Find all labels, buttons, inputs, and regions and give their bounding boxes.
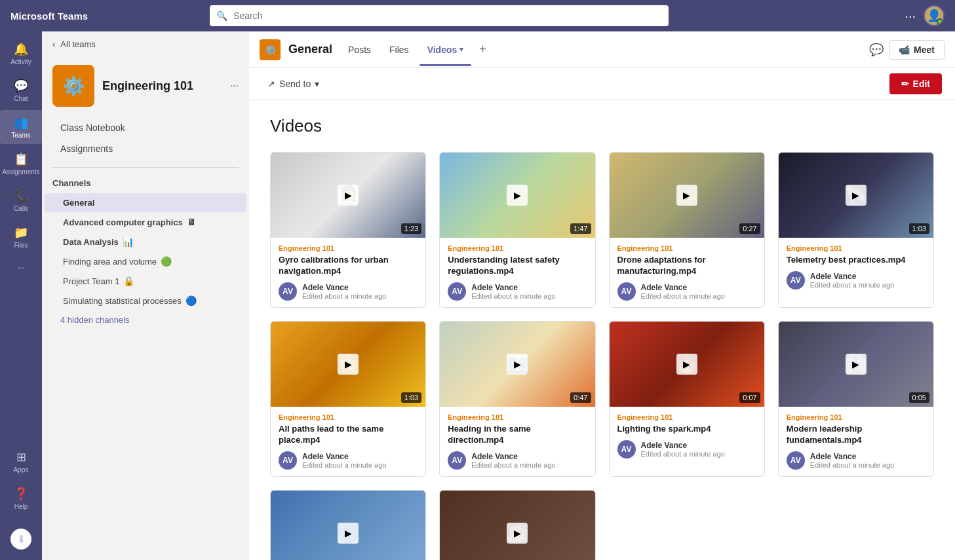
tab-files[interactable]: Files — [381, 39, 417, 60]
channel-item-simulating[interactable]: Simulating statistical processes 🔵 — [45, 291, 246, 310]
sidebar-item-apps[interactable]: ⊞ Apps — [0, 445, 42, 479]
meet-button[interactable]: 📹 Meet — [889, 40, 945, 60]
channel-label-general: General — [63, 198, 94, 208]
video-card-9[interactable]: 🔵 ▶ 2:14 Engineering 101 Advanced calibr… — [270, 490, 426, 560]
author-name-7: Adele Vance — [641, 441, 725, 450]
avatar-4: AV — [787, 271, 805, 289]
video-card-5[interactable]: 🌟 ▶ 1:03 Engineering 101 All paths lead … — [270, 321, 426, 477]
play-icon-3: ▶ — [676, 185, 697, 206]
video-card-10[interactable]: ☕ ▶ 0:53 Engineering 101 Manufacturing w… — [439, 490, 595, 560]
all-teams-label: All teams — [60, 39, 95, 49]
tab-posts[interactable]: Posts — [340, 39, 379, 60]
sidebar-item-activity[interactable]: 🔔 Activity — [0, 37, 42, 71]
files-label: Files — [14, 242, 28, 249]
video-thumb-10: ☕ ▶ 0:53 — [440, 491, 594, 560]
edit-pencil-icon: ✏ — [901, 79, 909, 89]
nav-item-assignments[interactable]: Assignments — [52, 138, 239, 159]
nav-item-class-notebook[interactable]: Class Notebook — [52, 117, 239, 138]
sidebar: ‹ All teams ⚙️ Engineering 101 ··· Class… — [42, 31, 249, 560]
back-button[interactable]: ‹ All teams — [42, 31, 249, 57]
author-time-3: Edited about a minute ago — [641, 292, 725, 300]
video-author-8: AV Adele Vance Edited about a minute ago — [787, 451, 926, 470]
duration-3: 0:27 — [739, 223, 760, 234]
download-icon: ⬇ — [10, 529, 31, 550]
team-name: Engineering 101 — [102, 79, 193, 93]
video-info-6: Engineering 101 Heading in the same dire… — [440, 407, 594, 476]
channel-item-general[interactable]: General — [45, 193, 246, 212]
play-icon-10: ▶ — [507, 523, 528, 544]
video-card-3[interactable]: 🚁 ▶ 0:27 Engineering 101 Drone adaptatio… — [609, 152, 765, 308]
video-name-3: Drone adaptations for manufacturing.mp4 — [617, 255, 756, 277]
sidebar-item-more[interactable]: ··· — [0, 257, 42, 278]
apps-label: Apps — [14, 466, 29, 474]
more-options-icon[interactable]: ··· — [905, 9, 916, 24]
author-time-2: Edited about a minute ago — [471, 292, 555, 300]
video-thumb-7: 🔥 ▶ 0:07 — [610, 322, 764, 407]
channel-badge-project-team: 🔒 — [123, 276, 134, 286]
videos-title: Videos — [270, 116, 934, 136]
play-icon-7: ▶ — [676, 354, 697, 375]
play-icon-4: ▶ — [846, 185, 867, 206]
play-icon-8: ▶ — [846, 354, 867, 375]
video-thumb-5: 🌟 ▶ 1:03 — [271, 322, 425, 407]
avatar-7: AV — [617, 440, 636, 458]
team-more-icon[interactable]: ··· — [230, 80, 239, 92]
calls-icon: 📞 — [14, 189, 28, 203]
channel-label-finding-area: Finding area and volume — [63, 257, 157, 267]
video-card-1[interactable]: 👩‍💼 ▶ 1:23 Engineering 101 Gyro calibrat… — [270, 152, 426, 308]
video-thumb-6: 👥 ▶ 0:47 — [440, 322, 594, 407]
channel-badge-simulating: 🔵 — [185, 295, 197, 306]
send-to-chevron-icon: ▾ — [315, 79, 319, 89]
video-card-7[interactable]: 🔥 ▶ 0:07 Engineering 101 Lighting the sp… — [609, 321, 765, 477]
author-time-4: Edited about a minute ago — [810, 281, 894, 289]
author-text-4: Adele Vance Edited about a minute ago — [810, 272, 894, 289]
author-text-2: Adele Vance Edited about a minute ago — [471, 283, 555, 300]
sidebar-nav: Class Notebook Assignments — [42, 115, 249, 162]
video-author-6: AV Adele Vance Edited about a minute ago — [448, 451, 587, 470]
chat-label: Chat — [14, 95, 28, 102]
hidden-channels-link[interactable]: 4 hidden channels — [42, 310, 249, 329]
sidebar-item-help[interactable]: ❓ Help — [0, 481, 42, 515]
video-name-1: Gyro calibrations for urban navigation.m… — [279, 255, 418, 277]
author-name-8: Adele Vance — [810, 452, 894, 461]
search-input[interactable] — [210, 5, 669, 26]
video-card-6[interactable]: 👥 ▶ 0:47 Engineering 101 Heading in the … — [439, 321, 595, 477]
sidebar-item-files[interactable]: 📁 Files — [0, 220, 42, 254]
search-bar: 🔍 — [210, 5, 669, 26]
sidebar-item-teams[interactable]: 👥 Teams — [0, 110, 42, 144]
video-info-3: Engineering 101 Drone adaptations for ma… — [610, 238, 764, 307]
channel-item-project-team[interactable]: Project Team 1 🔒 — [45, 271, 246, 291]
add-tab-button[interactable]: + — [474, 40, 492, 59]
video-channel-8: Engineering 101 — [787, 413, 926, 421]
tab-posts-label: Posts — [348, 45, 371, 55]
play-icon-5: ▶ — [338, 354, 359, 375]
help-icon: ❓ — [14, 487, 28, 501]
channel-label-data-analysis: Data Analysis — [63, 237, 119, 247]
tab-videos[interactable]: Videos ▾ — [419, 39, 472, 60]
sidebar-item-calls[interactable]: 📞 Calls — [0, 183, 42, 217]
channel-item-advanced-cg[interactable]: Advanced computer graphics 🖥 — [45, 212, 246, 232]
avatar-8: AV — [787, 451, 805, 470]
edit-button[interactable]: ✏ Edit — [889, 73, 942, 94]
duration-5: 1:03 — [401, 392, 421, 403]
author-name-6: Adele Vance — [471, 452, 555, 461]
video-card-2[interactable]: 🚁 ▶ 1:47 Engineering 101 Understanding l… — [439, 152, 595, 308]
channel-header-logo: ⚙️ — [260, 39, 281, 60]
video-card-8[interactable]: 👔 ▶ 0:05 Engineering 101 Modern leadersh… — [778, 321, 934, 477]
channel-item-finding-area[interactable]: Finding area and volume 🟢 — [45, 252, 246, 271]
video-card-4[interactable]: 📡 ▶ 1:03 Engineering 101 Telemetry best … — [778, 152, 934, 308]
sidebar-item-download[interactable]: ⬇ — [0, 523, 42, 555]
author-name-4: Adele Vance — [810, 272, 894, 281]
avatar[interactable]: 👤 — [924, 5, 945, 26]
send-to-button[interactable]: ↗ Send to ▾ — [262, 76, 324, 92]
meet-label: Meet — [914, 45, 935, 55]
sidebar-item-chat[interactable]: 💬 Chat — [0, 73, 42, 107]
more-icon: ··· — [17, 262, 25, 272]
sidebar-item-assignments[interactable]: 📋 Assignments — [0, 147, 42, 181]
help-label: Help — [14, 503, 28, 510]
chat-icon-header[interactable]: 💬 — [869, 43, 884, 57]
author-text-3: Adele Vance Edited about a minute ago — [641, 283, 725, 300]
videos-area: Videos 👩‍💼 ▶ 1:23 Engineering 101 — [249, 100, 955, 560]
channel-item-data-analysis[interactable]: Data Analysis 📊 — [45, 232, 246, 252]
main-content: ⚙️ General Posts Files Videos ▾ + — [249, 31, 955, 560]
